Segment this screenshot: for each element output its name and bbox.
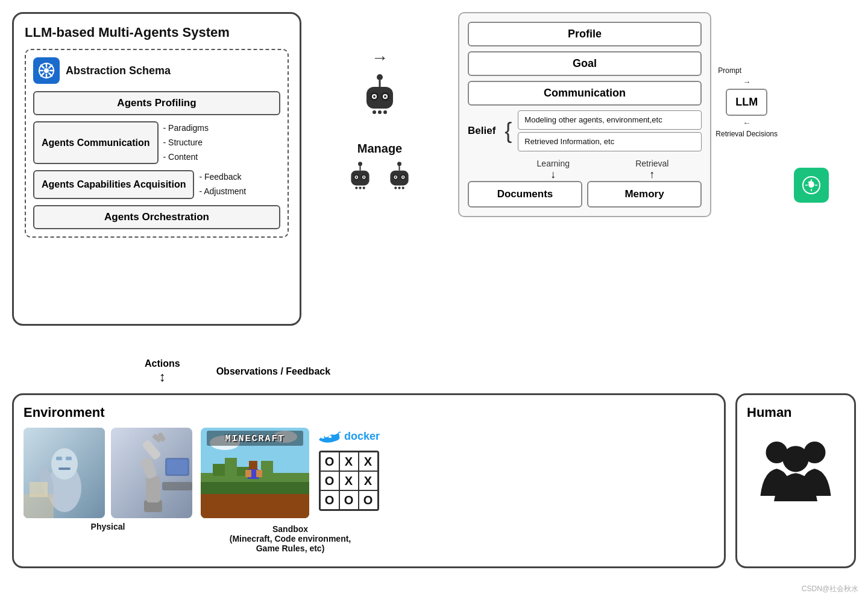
cap-item-1: - Feedback (199, 170, 246, 185)
svg-rect-82 (329, 436, 332, 438)
small-robot-2 (383, 160, 416, 200)
goal-row: Goal (468, 51, 702, 76)
svg-point-10 (377, 74, 383, 80)
svg-rect-80 (321, 436, 324, 439)
svg-point-44 (398, 187, 400, 189)
belief-brace: { (505, 110, 512, 151)
comm-right-items: - Paradigms - Structure - Content (163, 121, 209, 164)
comm-item-2: - Structure (163, 136, 209, 150)
svg-point-20 (378, 110, 382, 114)
belief-retrieved: Retrieved Information, etc (518, 132, 702, 151)
cap-item-2: - Adjustment (199, 185, 246, 199)
svg-point-34 (397, 162, 401, 166)
docker-logo: docker (318, 428, 380, 445)
svg-rect-81 (325, 435, 328, 437)
comm-left-label: Agents Communication (33, 121, 159, 164)
mas-title: LLM-based Multi-Agents System (25, 25, 289, 40)
svg-rect-50 (66, 457, 72, 460)
chatgpt-icon (794, 168, 829, 203)
svg-rect-71 (213, 464, 225, 476)
middle-section: → (313, 12, 446, 200)
communication-row: Agents Communication - Paradigms - Struc… (33, 121, 280, 164)
retrieval-decisions-label: Retrieval Decisions (715, 130, 778, 138)
helm-icon (33, 57, 60, 84)
actions-label: Actions (145, 358, 180, 369)
dashed-inner-box: Abstraction Schema Agents Profiling Agen… (25, 49, 289, 238)
svg-rect-74 (261, 461, 273, 476)
robot-image-1 (24, 428, 105, 518)
tic-tac-toe-grid: O X X O X X O O O (319, 451, 379, 511)
abstraction-label: Abstraction Schema (66, 65, 171, 77)
svg-point-42 (402, 176, 404, 178)
belief-section: Belief { Modeling other agents, environm… (468, 110, 702, 151)
prompt-label: Prompt (718, 66, 741, 75)
svg-rect-63 (167, 460, 187, 474)
human-icons-group (747, 433, 844, 505)
sandbox-images-row: MINECRAFT (201, 428, 380, 518)
svg-point-0 (44, 68, 49, 73)
small-robots (344, 160, 416, 200)
agent-box: Profile Goal Communication Belief { Mode… (458, 12, 711, 217)
small-robot-1 (344, 160, 377, 200)
mas-box: LLM-based Multi-Agents System (12, 12, 301, 326)
svg-rect-75 (249, 461, 257, 469)
ttt-cell-3: O (320, 471, 339, 490)
human-box: Human (735, 393, 856, 568)
svg-rect-57 (146, 476, 160, 502)
orchestration-box: Agents Orchestration (33, 205, 280, 229)
connector-area: Actions ↕ Observations / Feedback (12, 356, 856, 387)
svg-point-41 (395, 176, 397, 178)
svg-line-9 (41, 74, 44, 77)
documents-box: Documents (468, 181, 582, 208)
minecraft-image: MINECRAFT (201, 428, 309, 518)
docker-tictactoe-col: docker O X X O X X O O (318, 428, 380, 511)
environment-images: Physical (24, 428, 714, 553)
svg-line-8 (49, 65, 52, 68)
svg-point-33 (363, 187, 365, 189)
svg-point-45 (402, 187, 404, 189)
connector-inner: Actions ↕ Observations / Feedback (145, 358, 330, 385)
robot-large-icon (356, 74, 404, 136)
svg-point-31 (355, 187, 357, 189)
svg-rect-70 (201, 494, 309, 518)
svg-point-32 (359, 187, 361, 189)
sandbox-label: Sandbox (Minecraft, Code environment, Ga… (230, 524, 351, 553)
capabilities-row: Agents Capabilities Acquisition - Feedba… (33, 170, 280, 199)
ttt-cell-2: X (359, 452, 378, 471)
agent-right-wrapper: Profile Goal Communication Belief { Mode… (458, 12, 711, 217)
svg-rect-53 (24, 494, 54, 518)
svg-point-48 (51, 448, 78, 480)
actions-arrow: Actions ↕ (145, 358, 180, 385)
svg-rect-54 (30, 482, 48, 497)
physical-group: Physical (24, 428, 192, 531)
ttt-cell-1: X (339, 452, 359, 471)
comm-agent-row: Communication (468, 81, 702, 106)
watermark: CSDN@社会秋水 (802, 584, 858, 594)
svg-line-7 (49, 74, 52, 77)
ttt-cell-7: O (339, 490, 359, 510)
ttt-cell-0: O (320, 452, 339, 471)
svg-point-18 (384, 95, 386, 98)
physical-label: Physical (91, 522, 125, 531)
manage-label: Manage (357, 142, 402, 156)
svg-rect-51 (58, 467, 71, 470)
human-title: Human (747, 405, 844, 420)
sandbox-group: MINECRAFT (201, 428, 380, 553)
llm-area: Prompt → LLM ← Retrieval Decisions (715, 66, 778, 138)
svg-point-17 (373, 95, 376, 98)
svg-rect-49 (56, 457, 62, 460)
comm-item-3: - Content (163, 150, 209, 165)
top-section: LLM-based Multi-Agents System (12, 12, 856, 356)
belief-modeling: Modeling other agents, environment,etc (518, 110, 702, 130)
ttt-cell-6: O (320, 490, 339, 510)
docker-whale-icon (318, 428, 341, 445)
abstraction-row: Abstraction Schema (33, 57, 280, 84)
profile-row: Profile (468, 22, 702, 46)
svg-point-30 (363, 176, 365, 178)
profiling-box: Agents Profiling (33, 91, 280, 115)
svg-rect-77 (245, 470, 251, 477)
obs-label: Observations / Feedback (216, 366, 330, 377)
environment-title: Environment (24, 405, 714, 420)
ttt-cell-5: X (359, 471, 378, 490)
environment-box: Environment (12, 393, 726, 568)
